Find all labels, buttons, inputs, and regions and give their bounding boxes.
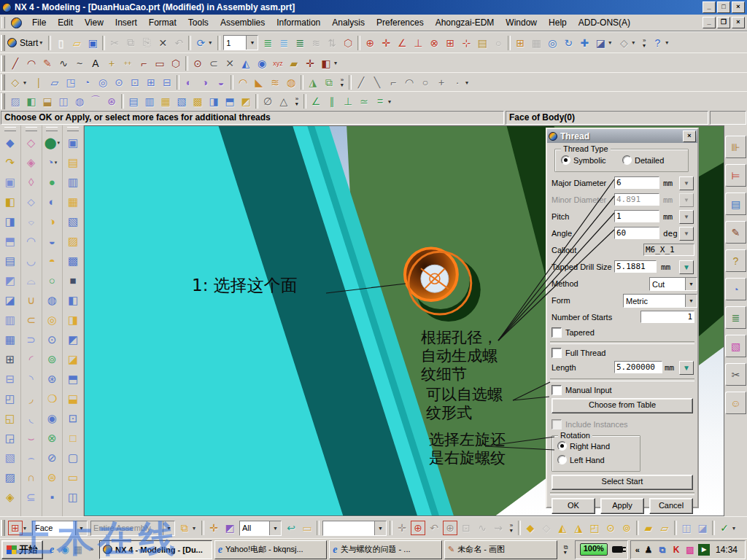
snap-tangent-icon[interactable]: ⇝ <box>490 520 506 536</box>
tray-collapse-chevron[interactable]: « <box>635 545 640 554</box>
unite-icon[interactable]: ◐ <box>181 74 197 90</box>
rectangle-icon[interactable]: ▭ <box>152 55 168 71</box>
dropdown-caret-icon[interactable]: ▾ <box>23 520 31 536</box>
conic-icon[interactable]: ⊂ <box>206 55 222 71</box>
start-button[interactable]: 开始 <box>1 540 43 559</box>
help-icon[interactable]: ? <box>649 35 665 51</box>
dropdown-caret-icon[interactable]: ▾ <box>665 35 673 51</box>
start-menu-button[interactable]: Start <box>17 38 39 48</box>
rotate-view-icon[interactable]: ↻ <box>560 35 576 51</box>
qq-tray-icon[interactable]: ♟ <box>643 544 654 556</box>
line-icon[interactable]: ╱ <box>7 55 23 71</box>
selection-filter-combo-arrow-icon[interactable]: ▼ <box>75 521 87 535</box>
apply-button[interactable]: Apply <box>600 498 644 514</box>
surface-tool-icon-icon[interactable]: ⊘ <box>42 448 61 467</box>
subtract-icon[interactable]: ◑ <box>197 74 213 90</box>
feature-icon-icon[interactable]: ◆ <box>1 133 20 152</box>
menu-assemblies[interactable]: Assemblies <box>214 16 271 29</box>
feature-icon-icon[interactable]: ▨ <box>1 467 20 487</box>
toolbar-grip[interactable] <box>1 93 5 109</box>
analysis-icon[interactable]: △ <box>276 93 292 109</box>
select-start-button[interactable]: Select Start <box>551 475 693 490</box>
through-curves-icon[interactable]: ▦ <box>158 93 174 109</box>
feature-icon-icon[interactable]: ◲ <box>1 428 20 448</box>
constraint-angle-icon[interactable]: ∠ <box>308 93 324 109</box>
mirror-feature-icon[interactable]: ◫ <box>55 93 71 109</box>
menu-help[interactable]: Help <box>543 16 573 29</box>
wave-window-icon[interactable]: ◪ <box>694 520 711 536</box>
sheet-op-icon-icon[interactable]: ⌢ <box>22 448 41 467</box>
helix-icon[interactable]: ◉ <box>254 55 270 71</box>
surface-tool-icon-icon[interactable]: ◐ <box>42 192 61 211</box>
feature-icon-icon[interactable]: ◧ <box>1 192 20 211</box>
edit-feature-icon-icon[interactable]: ⬒ <box>63 369 82 389</box>
sketch-line-icon[interactable]: ╱ <box>353 74 369 90</box>
sketch-line2-icon[interactable]: ╲ <box>369 74 385 90</box>
symbolic-radio-dot[interactable] <box>561 155 570 165</box>
wcs-display-icon[interactable]: ⊹ <box>458 35 474 51</box>
form-combo-arrow-icon[interactable]: ▼ <box>685 295 697 307</box>
region-icon[interactable]: ▰ <box>286 55 302 71</box>
rail-grip[interactable] <box>46 127 58 131</box>
edit-feature-icon-icon[interactable]: ▢ <box>63 448 82 467</box>
menu-add-ons[interactable]: ADD-ONS(A) <box>573 16 636 29</box>
snap-magnet-icon[interactable]: ✛ <box>206 520 222 536</box>
dropdown-caret-icon[interactable]: ▾ <box>193 520 200 536</box>
asm-mirror-icon[interactable]: ◭ <box>554 520 570 536</box>
left-hand-radio[interactable]: Left Hand <box>557 455 605 464</box>
blank-combo[interactable]: ▼ <box>322 521 387 536</box>
hole-icon[interactable]: ◎ <box>95 74 111 90</box>
toolbar-overflow-icon[interactable]: »▾ <box>506 520 516 536</box>
layer-settings-icon[interactable]: ≣ <box>292 35 308 51</box>
choose-from-table-button[interactable]: Choose from Table <box>551 398 693 413</box>
full-thread-checkbox-row[interactable]: Full Thread <box>547 346 697 359</box>
maximize-button[interactable]: □ <box>717 1 730 13</box>
roles-icon[interactable]: ☺ <box>725 392 746 414</box>
zoom-box-icon[interactable]: ▦ <box>528 35 544 51</box>
surface-tool-icon-icon[interactable]: ⊛ <box>42 369 61 389</box>
layer-combo[interactable]: 1▼ <box>223 35 258 50</box>
edge-blend-icon[interactable]: ◠ <box>235 74 251 90</box>
ellipse-icon[interactable]: ⊙ <box>190 55 206 71</box>
menu-view[interactable]: View <box>79 16 109 29</box>
point-icon[interactable]: + <box>104 55 120 71</box>
edit-feature-icon-icon[interactable]: ▤ <box>63 152 82 172</box>
edit-feature-icon-icon[interactable]: ⊡ <box>63 408 82 428</box>
shaded-view-icon[interactable]: ◪ <box>592 35 608 51</box>
surface-tool-icon-icon[interactable]: ○ <box>42 271 61 290</box>
sheet-op-icon-icon[interactable]: ◞ <box>22 389 41 408</box>
edit-feature-icon-icon[interactable]: ▦ <box>63 192 82 211</box>
surface-tool-icon-icon[interactable]: ⊙ <box>42 330 61 349</box>
feature-icon-icon[interactable]: ◨ <box>1 211 20 231</box>
form-combo[interactable]: Metric ▼ <box>623 294 697 308</box>
constraint-perp-icon[interactable]: ⊥ <box>340 93 356 109</box>
scissors-icon[interactable]: ✂ <box>725 363 746 386</box>
feature-icon-icon[interactable]: ◱ <box>1 408 20 428</box>
join-icon[interactable]: ⊛ <box>104 93 120 109</box>
tapered-checkbox[interactable] <box>551 327 562 338</box>
feature-icon-icon[interactable]: ▦ <box>1 330 20 349</box>
sketch-dot-icon[interactable]: · <box>449 74 465 90</box>
feature-icon-icon[interactable]: ◈ <box>1 487 20 507</box>
dropdown-caret-icon[interactable]: ▾ <box>732 520 740 536</box>
corner-icon[interactable]: ⌐ <box>136 55 152 71</box>
asm-move-icon[interactable]: ◮ <box>570 520 587 536</box>
sheet-op-icon-icon[interactable]: ⊂ <box>22 310 41 330</box>
asm-sequence-icon[interactable]: ⊚ <box>619 520 635 536</box>
child-minimize-button[interactable]: _ <box>703 17 716 28</box>
surface-icon[interactable]: ◭ <box>238 55 254 71</box>
edit-feature-icon-icon[interactable]: ■ <box>63 271 82 290</box>
menu-analysis[interactable]: Analysis <box>326 16 371 29</box>
paste-icon[interactable]: ⎘ <box>139 35 155 51</box>
toolbar-grip[interactable] <box>1 35 5 51</box>
help-tab-icon[interactable]: ? <box>725 249 746 272</box>
surface-tool-icon-icon[interactable]: ◎ <box>42 310 61 330</box>
boundary-icon[interactable]: ○ <box>490 35 506 51</box>
datum-plane-icon[interactable]: ◇ <box>7 74 23 90</box>
surface-tool-icon-icon[interactable]: ◔▾ <box>42 152 61 172</box>
manual-input-checkbox-row[interactable]: Manual Input <box>547 384 697 397</box>
edit-feature-icon-icon[interactable]: ⬓ <box>63 389 82 408</box>
new-file-icon[interactable]: ▯ <box>53 35 69 51</box>
sheet-op-icon-icon[interactable]: ◈ <box>22 152 41 172</box>
toolbar-grip[interactable] <box>1 55 5 71</box>
